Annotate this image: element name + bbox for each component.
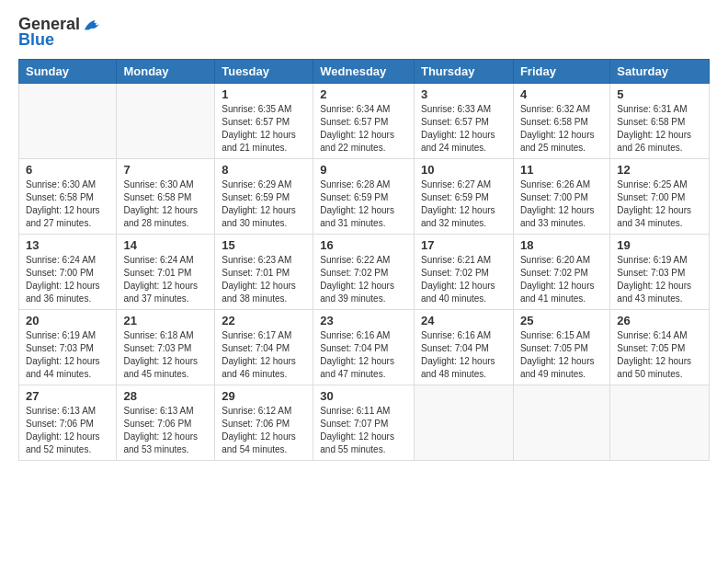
day-info: Sunrise: 6:35 AM Sunset: 6:57 PM Dayligh…	[222, 103, 306, 155]
day-info: Sunrise: 6:25 AM Sunset: 7:00 PM Dayligh…	[617, 178, 702, 230]
calendar-cell: 14Sunrise: 6:24 AM Sunset: 7:01 PM Dayli…	[117, 235, 215, 310]
day-info: Sunrise: 6:28 AM Sunset: 6:59 PM Dayligh…	[320, 178, 407, 230]
day-number: 25	[520, 314, 603, 327]
day-number: 14	[123, 238, 208, 252]
calendar-cell: 2Sunrise: 6:34 AM Sunset: 6:57 PM Daylig…	[313, 84, 415, 159]
calendar-weekday-saturday: Saturday	[610, 60, 710, 84]
day-number: 6	[26, 163, 109, 177]
calendar-cell: 26Sunrise: 6:14 AM Sunset: 7:05 PM Dayli…	[610, 310, 710, 385]
day-number: 18	[520, 238, 603, 252]
day-info: Sunrise: 6:23 AM Sunset: 7:01 PM Dayligh…	[222, 254, 306, 305]
day-number: 2	[320, 87, 407, 101]
day-number: 26	[617, 314, 702, 327]
day-number: 19	[617, 238, 702, 252]
calendar-cell	[414, 385, 513, 461]
day-info: Sunrise: 6:32 AM Sunset: 6:58 PM Dayligh…	[520, 103, 603, 155]
day-number: 29	[222, 389, 306, 403]
calendar-weekday-wednesday: Wednesday	[313, 60, 415, 84]
calendar-week-row-3: 20Sunrise: 6:19 AM Sunset: 7:03 PM Dayli…	[19, 310, 710, 385]
day-info: Sunrise: 6:30 AM Sunset: 6:58 PM Dayligh…	[26, 178, 109, 230]
day-number: 24	[421, 314, 506, 327]
calendar-cell: 9Sunrise: 6:28 AM Sunset: 6:59 PM Daylig…	[313, 159, 415, 235]
calendar-cell: 20Sunrise: 6:19 AM Sunset: 7:03 PM Dayli…	[19, 310, 117, 385]
calendar-cell	[610, 385, 710, 461]
day-info: Sunrise: 6:27 AM Sunset: 6:59 PM Dayligh…	[421, 178, 506, 230]
calendar-cell: 1Sunrise: 6:35 AM Sunset: 6:57 PM Daylig…	[215, 84, 313, 159]
calendar-cell: 4Sunrise: 6:32 AM Sunset: 6:58 PM Daylig…	[513, 84, 609, 159]
day-info: Sunrise: 6:17 AM Sunset: 7:04 PM Dayligh…	[222, 329, 306, 381]
day-number: 16	[320, 238, 407, 252]
calendar-weekday-friday: Friday	[513, 60, 609, 84]
day-info: Sunrise: 6:31 AM Sunset: 6:58 PM Dayligh…	[617, 103, 702, 155]
day-number: 11	[520, 163, 603, 177]
calendar-cell: 25Sunrise: 6:15 AM Sunset: 7:05 PM Dayli…	[513, 310, 609, 385]
logo-bird-icon	[82, 17, 102, 33]
calendar-cell: 6Sunrise: 6:30 AM Sunset: 6:58 PM Daylig…	[19, 159, 117, 235]
day-number: 21	[123, 314, 208, 327]
calendar-cell: 5Sunrise: 6:31 AM Sunset: 6:58 PM Daylig…	[610, 84, 710, 159]
day-number: 15	[222, 238, 306, 252]
calendar-weekday-tuesday: Tuesday	[215, 60, 313, 84]
calendar-cell: 13Sunrise: 6:24 AM Sunset: 7:00 PM Dayli…	[19, 235, 117, 310]
day-info: Sunrise: 6:22 AM Sunset: 7:02 PM Dayligh…	[320, 254, 407, 305]
day-info: Sunrise: 6:11 AM Sunset: 7:07 PM Dayligh…	[320, 405, 407, 456]
calendar-cell: 19Sunrise: 6:19 AM Sunset: 7:03 PM Dayli…	[610, 235, 710, 310]
calendar-cell: 11Sunrise: 6:26 AM Sunset: 7:00 PM Dayli…	[513, 159, 609, 235]
header: General Blue	[18, 15, 710, 50]
day-number: 8	[222, 163, 306, 177]
calendar-cell: 24Sunrise: 6:16 AM Sunset: 7:04 PM Dayli…	[414, 310, 513, 385]
logo-blue-text: Blue	[18, 30, 54, 50]
day-number: 7	[123, 163, 208, 177]
calendar-header-row: SundayMondayTuesdayWednesdayThursdayFrid…	[19, 60, 710, 84]
day-number: 13	[26, 238, 109, 252]
day-info: Sunrise: 6:24 AM Sunset: 7:00 PM Dayligh…	[26, 254, 109, 305]
calendar-cell: 29Sunrise: 6:12 AM Sunset: 7:06 PM Dayli…	[215, 385, 313, 461]
day-number: 12	[617, 163, 702, 177]
day-info: Sunrise: 6:34 AM Sunset: 6:57 PM Dayligh…	[320, 103, 407, 155]
calendar-week-row-2: 13Sunrise: 6:24 AM Sunset: 7:00 PM Dayli…	[19, 235, 710, 310]
day-info: Sunrise: 6:20 AM Sunset: 7:02 PM Dayligh…	[520, 254, 603, 305]
calendar-cell: 3Sunrise: 6:33 AM Sunset: 6:57 PM Daylig…	[414, 84, 513, 159]
day-number: 3	[421, 87, 506, 101]
day-number: 30	[320, 389, 407, 403]
day-info: Sunrise: 6:15 AM Sunset: 7:05 PM Dayligh…	[520, 329, 603, 381]
day-info: Sunrise: 6:19 AM Sunset: 7:03 PM Dayligh…	[617, 254, 702, 305]
calendar-weekday-monday: Monday	[117, 60, 215, 84]
calendar-cell: 15Sunrise: 6:23 AM Sunset: 7:01 PM Dayli…	[215, 235, 313, 310]
calendar-cell: 21Sunrise: 6:18 AM Sunset: 7:03 PM Dayli…	[117, 310, 215, 385]
day-number: 5	[617, 87, 702, 101]
calendar-cell: 28Sunrise: 6:13 AM Sunset: 7:06 PM Dayli…	[117, 385, 215, 461]
day-info: Sunrise: 6:30 AM Sunset: 6:58 PM Dayligh…	[123, 178, 208, 230]
day-number: 22	[222, 314, 306, 327]
calendar-cell: 10Sunrise: 6:27 AM Sunset: 6:59 PM Dayli…	[414, 159, 513, 235]
day-number: 9	[320, 163, 407, 177]
day-info: Sunrise: 6:18 AM Sunset: 7:03 PM Dayligh…	[123, 329, 208, 381]
calendar-cell	[513, 385, 609, 461]
calendar-weekday-sunday: Sunday	[19, 60, 117, 84]
calendar-table: SundayMondayTuesdayWednesdayThursdayFrid…	[18, 59, 710, 461]
calendar-week-row-0: 1Sunrise: 6:35 AM Sunset: 6:57 PM Daylig…	[19, 84, 710, 159]
day-info: Sunrise: 6:16 AM Sunset: 7:04 PM Dayligh…	[421, 329, 506, 381]
day-info: Sunrise: 6:19 AM Sunset: 7:03 PM Dayligh…	[26, 329, 109, 381]
calendar-cell: 17Sunrise: 6:21 AM Sunset: 7:02 PM Dayli…	[414, 235, 513, 310]
calendar-cell: 12Sunrise: 6:25 AM Sunset: 7:00 PM Dayli…	[610, 159, 710, 235]
calendar-week-row-4: 27Sunrise: 6:13 AM Sunset: 7:06 PM Dayli…	[19, 385, 710, 461]
calendar-cell: 18Sunrise: 6:20 AM Sunset: 7:02 PM Dayli…	[513, 235, 609, 310]
page: General Blue SundayMondayTuesdayWednesda…	[0, 0, 728, 563]
calendar-cell: 27Sunrise: 6:13 AM Sunset: 7:06 PM Dayli…	[19, 385, 117, 461]
day-number: 10	[421, 163, 506, 177]
day-info: Sunrise: 6:33 AM Sunset: 6:57 PM Dayligh…	[421, 103, 506, 155]
day-info: Sunrise: 6:16 AM Sunset: 7:04 PM Dayligh…	[320, 329, 407, 381]
calendar-cell: 7Sunrise: 6:30 AM Sunset: 6:58 PM Daylig…	[117, 159, 215, 235]
day-number: 17	[421, 238, 506, 252]
day-number: 1	[222, 87, 306, 101]
day-number: 23	[320, 314, 407, 327]
calendar-cell: 23Sunrise: 6:16 AM Sunset: 7:04 PM Dayli…	[313, 310, 415, 385]
calendar-cell: 16Sunrise: 6:22 AM Sunset: 7:02 PM Dayli…	[313, 235, 415, 310]
day-number: 20	[26, 314, 109, 327]
calendar-cell	[19, 84, 117, 159]
day-info: Sunrise: 6:13 AM Sunset: 7:06 PM Dayligh…	[123, 405, 208, 456]
calendar-week-row-1: 6Sunrise: 6:30 AM Sunset: 6:58 PM Daylig…	[19, 159, 710, 235]
calendar-cell	[117, 84, 215, 159]
day-number: 27	[26, 389, 109, 403]
